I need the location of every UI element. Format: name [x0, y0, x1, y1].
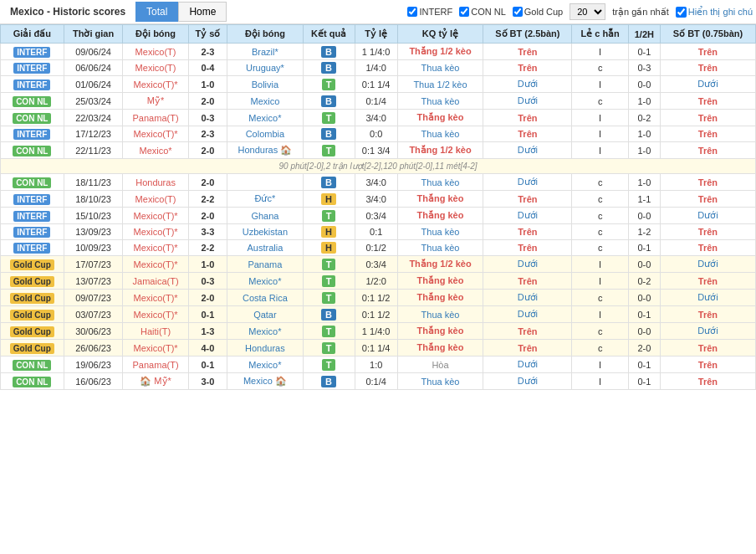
cell-ht: 1-1 [628, 191, 660, 208]
cell-team2 [227, 174, 303, 191]
cell-competition: CON NL [1, 93, 64, 110]
checkbox-connl[interactable] [459, 7, 469, 17]
cell-score: 2-2 [188, 191, 227, 208]
table-row: 90 phút[2-0],2 trận lượt[2-2],120 phút[2… [1, 159, 756, 174]
cell-ht: 0-1 [628, 373, 660, 390]
cell-score: 2-2 [188, 240, 227, 256]
cell-score: 2-0 [188, 174, 227, 191]
cell-sobt2: Dưới [660, 76, 755, 93]
cell-team2: Colombia [227, 126, 303, 142]
cell-sobt1: Trên [483, 340, 572, 357]
cell-ratio: 0:1 3/4 [355, 142, 397, 159]
cell-score: 0-3 [188, 110, 227, 126]
count-select[interactable]: 201030 [570, 3, 605, 20]
cell-team2: Panama [227, 256, 303, 273]
table-row: INTERF 18/10/23 Mexico(T) 2-2 Đức* H 3/4… [1, 191, 756, 208]
cell-team2: Costa Rica [227, 290, 303, 306]
cell-ht: 0-1 [628, 357, 660, 373]
cell-sobt1: Dưới [483, 306, 572, 323]
cell-sobt2: Trên [660, 142, 755, 159]
cell-team1: Jamaica(T) [123, 273, 188, 290]
cell-result: H [303, 240, 355, 256]
cell-lec: c [572, 60, 628, 76]
cell-date: 09/07/23 [64, 290, 123, 306]
cell-ht: 0-2 [628, 110, 660, 126]
cell-result: H [303, 191, 355, 208]
cell-ratio: 3/4:0 [355, 110, 397, 126]
col-ratio: Tỷ lệ [355, 25, 397, 44]
cell-score: 0-1 [188, 306, 227, 323]
cell-result: B [303, 93, 355, 110]
col-ht: 1/2H [628, 25, 660, 44]
cell-date: 17/12/23 [64, 126, 123, 142]
cell-kqratio: Thua kèo [397, 224, 483, 240]
cell-kqratio: Thắng 1/2 kèo [397, 142, 483, 159]
checkbox-interf[interactable] [407, 7, 417, 17]
cell-date: 25/03/24 [64, 93, 123, 110]
cell-lec: c [572, 174, 628, 191]
cell-sobt2: Trên [660, 93, 755, 110]
cell-team2: Mexico 🏠 [227, 373, 303, 390]
cell-ht: 0-1 [628, 240, 660, 256]
cell-ratio: 0:1 1/2 [355, 290, 397, 306]
cell-competition: Gold Cup [1, 290, 64, 306]
cell-ratio: 1/2:0 [355, 273, 397, 290]
checkbox-goldcup[interactable] [513, 7, 523, 17]
cell-ratio: 0:1 1/2 [355, 306, 397, 323]
cell-date: 22/11/23 [64, 142, 123, 159]
col-competition: Giải đấu [1, 25, 64, 44]
cell-competition: INTERF [1, 44, 64, 60]
cell-competition: Gold Cup [1, 256, 64, 273]
cell-sobt1: Trên [483, 273, 572, 290]
cell-team2: Mexico* [227, 273, 303, 290]
cell-team2: Mexico [227, 93, 303, 110]
cell-date: 03/07/23 [64, 306, 123, 323]
cell-ratio: 3/4:0 [355, 174, 397, 191]
cell-lec: c [572, 208, 628, 224]
cell-sobt2: Dưới [660, 208, 755, 224]
cell-ht: 0-0 [628, 76, 660, 93]
cell-result: B [303, 126, 355, 142]
table-row: Gold Cup 17/07/23 Mexico(T)* 1-0 Panama … [1, 256, 756, 273]
tab-group: Total Home [135, 2, 227, 22]
show-notes-checkbox[interactable] [676, 7, 687, 18]
table-row: INTERF 06/06/24 Mexico(T) 0-4 Uruguay* B… [1, 60, 756, 76]
cell-team1: Mexico(T)* [123, 208, 188, 224]
cell-sobt1: Trên [483, 110, 572, 126]
tab-home[interactable]: Home [178, 2, 227, 22]
cell-sobt2: Trên [660, 373, 755, 390]
cell-sobt1: Trên [483, 126, 572, 142]
cell-sobt1: Trên [483, 44, 572, 60]
cell-ht: 0-2 [628, 273, 660, 290]
cell-competition: CON NL [1, 174, 64, 191]
cell-team1: Mexico(T)* [123, 224, 188, 240]
table-row: INTERF 01/06/24 Mexico(T)* 1-0 Bolivia T… [1, 76, 756, 93]
cell-sobt1: Dưới [483, 256, 572, 273]
cell-ratio: 0:1 [355, 224, 397, 240]
col-lec: Lẻ c hẵn [572, 25, 628, 44]
cell-ht: 1-0 [628, 93, 660, 110]
cell-team2: Mexico* [227, 323, 303, 340]
cell-ht: 1-0 [628, 142, 660, 159]
tab-total[interactable]: Total [135, 2, 178, 22]
cell-sobt1: Trên [483, 191, 572, 208]
table-row: CON NL 25/03/24 Mỹ* 2-0 Mexico B 0:1/4 T… [1, 93, 756, 110]
cell-result: B [303, 60, 355, 76]
cell-date: 19/06/23 [64, 357, 123, 373]
cell-team1: Mexico(T)* [123, 76, 188, 93]
cell-ht: 0-0 [628, 208, 660, 224]
cell-sobt1: Dưới [483, 373, 572, 390]
cell-ht: 1-2 [628, 224, 660, 240]
cell-kqratio: Thắng kèo [397, 110, 483, 126]
cell-sobt1: Dưới [483, 93, 572, 110]
cell-lec: c [572, 224, 628, 240]
cell-team1: Panama(T) [123, 357, 188, 373]
cell-score: 2-3 [188, 126, 227, 142]
cell-kqratio: Thua kèo [397, 93, 483, 110]
cell-lec: I [572, 373, 628, 390]
cell-competition: INTERF [1, 208, 64, 224]
cell-ht: 2-0 [628, 340, 660, 357]
cell-team2: Honduras 🏠 [227, 142, 303, 159]
cell-ratio: 0:1 1/4 [355, 76, 397, 93]
cell-ht: 0-0 [628, 323, 660, 340]
